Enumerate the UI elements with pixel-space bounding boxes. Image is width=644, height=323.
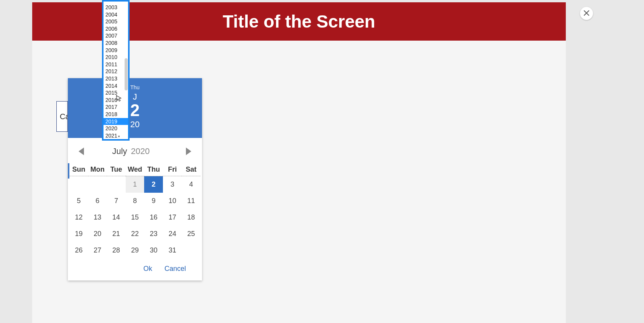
calendar-day[interactable]: 2: [144, 176, 163, 193]
calendar-input-fragment[interactable]: Ca: [56, 101, 68, 132]
calendar-day-empty: [107, 176, 126, 193]
calendar-day[interactable]: 23: [144, 226, 163, 242]
datepicker-weekday: Thu: [68, 84, 202, 90]
datepicker-day-big: 2: [68, 102, 202, 119]
year-option[interactable]: 2019: [104, 118, 128, 125]
calendar-day[interactable]: 15: [126, 209, 145, 226]
calendar-day[interactable]: 16: [144, 209, 163, 226]
datepicker-header: Thu J 2 20: [68, 78, 202, 138]
year-option[interactable]: 2006: [104, 25, 128, 33]
calendar-day[interactable]: 14: [107, 209, 126, 226]
calendar-day[interactable]: 13: [88, 209, 107, 226]
calendar-day[interactable]: 1: [126, 176, 145, 193]
calendar-input-label-partial: Ca: [60, 112, 68, 121]
ok-button[interactable]: Ok: [143, 265, 152, 273]
calendar-day[interactable]: 4: [182, 176, 200, 193]
calendar-day[interactable]: 7: [107, 193, 126, 209]
weekday-header: Mon: [88, 163, 107, 176]
calendar-day[interactable]: 31: [163, 242, 182, 259]
calendar-day[interactable]: 27: [88, 242, 107, 259]
year-option[interactable]: 2016: [104, 97, 128, 104]
year-option[interactable]: 2004: [104, 11, 128, 18]
calendar-day[interactable]: 6: [88, 193, 107, 209]
year-option[interactable]: 2017: [104, 103, 128, 111]
calendar-day[interactable]: 21: [107, 226, 126, 242]
prev-month-button[interactable]: [79, 148, 84, 155]
nav-month-label[interactable]: July: [112, 146, 127, 156]
year-option[interactable]: 2007: [104, 32, 128, 39]
calendar-day-empty: [88, 176, 107, 193]
calendar-day[interactable]: 22: [126, 226, 145, 242]
next-month-button[interactable]: [186, 148, 191, 155]
calendar-day[interactable]: 5: [69, 193, 88, 209]
calendar-day[interactable]: 8: [126, 193, 145, 209]
page-title: Title of the Screen: [223, 11, 375, 32]
weekday-header: Fri: [163, 163, 182, 176]
year-dropdown[interactable]: 2003200420052006200720082009201020112012…: [102, 0, 130, 141]
calendar-day[interactable]: 9: [144, 193, 163, 209]
calendar-day[interactable]: 17: [163, 209, 182, 226]
calendar-day[interactable]: 10: [163, 193, 182, 209]
calendar-day[interactable]: 24: [163, 226, 182, 242]
calendar-day[interactable]: 28: [107, 242, 126, 259]
calendar-day[interactable]: 30: [144, 242, 163, 259]
year-option[interactable]: 2008: [104, 39, 128, 47]
calendar-side-marker: [68, 163, 69, 179]
calendar-day[interactable]: 18: [182, 209, 200, 226]
year-option[interactable]: 2003: [104, 4, 128, 11]
chevron-down-icon: ▾: [117, 134, 120, 138]
datepicker-popup: Thu J 2 20 July 2020 SunMonTueWedThuFriS…: [68, 78, 202, 280]
calendar-day[interactable]: 3: [163, 176, 182, 193]
datepicker-day-grid: 1234567891011121314151617181920212223242…: [68, 176, 202, 259]
year-option[interactable]: 2018: [104, 111, 128, 118]
datepicker-actions: Ok Cancel: [68, 259, 202, 280]
weekday-header: Tue: [107, 163, 126, 176]
cancel-button[interactable]: Cancel: [164, 265, 186, 273]
datepicker-nav: July 2020: [68, 138, 202, 163]
year-option[interactable]: 2005: [104, 18, 128, 25]
weekday-header: Thu: [144, 163, 163, 176]
calendar-day[interactable]: 11: [182, 193, 200, 209]
datepicker-nav-label: July 2020: [112, 146, 158, 156]
calendar-day[interactable]: 20: [88, 226, 107, 242]
calendar-day[interactable]: 12: [69, 209, 88, 226]
datepicker-weekday-row: SunMonTueWedThuFriSat: [68, 163, 202, 176]
calendar-day[interactable]: 19: [69, 226, 88, 242]
calendar-day[interactable]: 29: [126, 242, 145, 259]
nav-year-select[interactable]: 2020: [131, 146, 158, 156]
calendar-day[interactable]: 25: [182, 226, 200, 242]
weekday-header: Wed: [126, 163, 145, 176]
year-option[interactable]: 2009: [104, 47, 128, 54]
calendar-day-empty: [182, 242, 200, 259]
datepicker-year-partial: 20: [68, 120, 202, 130]
close-button[interactable]: [580, 7, 593, 20]
close-icon: [584, 10, 589, 18]
year-option[interactable]: 2021▾: [104, 132, 128, 139]
calendar-day[interactable]: 26: [69, 242, 88, 259]
weekday-header: Sun: [69, 163, 88, 176]
calendar-day-empty: [69, 176, 88, 193]
year-dropdown-scrollbar[interactable]: [125, 58, 128, 90]
weekday-header: Sat: [182, 163, 200, 176]
year-option[interactable]: 2020: [104, 125, 128, 132]
